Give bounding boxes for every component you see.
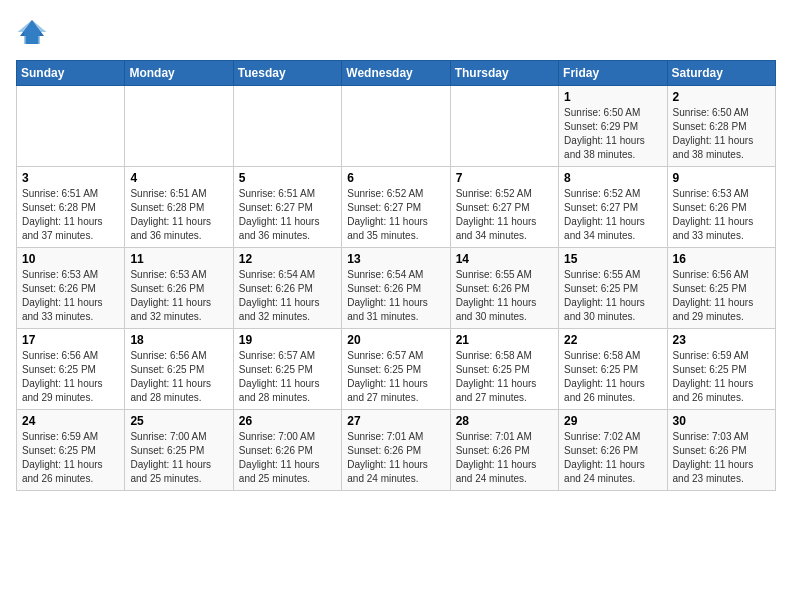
week-row-1: 1Sunrise: 6:50 AM Sunset: 6:29 PM Daylig… bbox=[17, 86, 776, 167]
day-cell: 19Sunrise: 6:57 AM Sunset: 6:25 PM Dayli… bbox=[233, 329, 341, 410]
day-info: Sunrise: 6:53 AM Sunset: 6:26 PM Dayligh… bbox=[130, 268, 227, 324]
day-cell: 23Sunrise: 6:59 AM Sunset: 6:25 PM Dayli… bbox=[667, 329, 775, 410]
col-header-tuesday: Tuesday bbox=[233, 61, 341, 86]
day-cell: 13Sunrise: 6:54 AM Sunset: 6:26 PM Dayli… bbox=[342, 248, 450, 329]
day-number: 19 bbox=[239, 333, 336, 347]
day-cell bbox=[450, 86, 558, 167]
day-number: 26 bbox=[239, 414, 336, 428]
day-number: 6 bbox=[347, 171, 444, 185]
col-header-wednesday: Wednesday bbox=[342, 61, 450, 86]
day-number: 14 bbox=[456, 252, 553, 266]
day-cell: 29Sunrise: 7:02 AM Sunset: 6:26 PM Dayli… bbox=[559, 410, 667, 491]
day-cell: 11Sunrise: 6:53 AM Sunset: 6:26 PM Dayli… bbox=[125, 248, 233, 329]
day-number: 13 bbox=[347, 252, 444, 266]
day-info: Sunrise: 6:59 AM Sunset: 6:25 PM Dayligh… bbox=[673, 349, 770, 405]
day-info: Sunrise: 6:57 AM Sunset: 6:25 PM Dayligh… bbox=[347, 349, 444, 405]
day-cell: 16Sunrise: 6:56 AM Sunset: 6:25 PM Dayli… bbox=[667, 248, 775, 329]
day-number: 22 bbox=[564, 333, 661, 347]
day-info: Sunrise: 6:51 AM Sunset: 6:28 PM Dayligh… bbox=[22, 187, 119, 243]
day-cell: 28Sunrise: 7:01 AM Sunset: 6:26 PM Dayli… bbox=[450, 410, 558, 491]
day-cell: 6Sunrise: 6:52 AM Sunset: 6:27 PM Daylig… bbox=[342, 167, 450, 248]
day-cell: 21Sunrise: 6:58 AM Sunset: 6:25 PM Dayli… bbox=[450, 329, 558, 410]
day-cell: 4Sunrise: 6:51 AM Sunset: 6:28 PM Daylig… bbox=[125, 167, 233, 248]
day-cell bbox=[125, 86, 233, 167]
day-info: Sunrise: 6:59 AM Sunset: 6:25 PM Dayligh… bbox=[22, 430, 119, 486]
day-info: Sunrise: 6:50 AM Sunset: 6:28 PM Dayligh… bbox=[673, 106, 770, 162]
day-info: Sunrise: 6:52 AM Sunset: 6:27 PM Dayligh… bbox=[456, 187, 553, 243]
col-header-thursday: Thursday bbox=[450, 61, 558, 86]
day-number: 4 bbox=[130, 171, 227, 185]
calendar-header: SundayMondayTuesdayWednesdayThursdayFrid… bbox=[17, 61, 776, 86]
day-number: 17 bbox=[22, 333, 119, 347]
day-number: 5 bbox=[239, 171, 336, 185]
day-number: 23 bbox=[673, 333, 770, 347]
week-row-2: 3Sunrise: 6:51 AM Sunset: 6:28 PM Daylig… bbox=[17, 167, 776, 248]
logo bbox=[16, 16, 52, 48]
day-number: 2 bbox=[673, 90, 770, 104]
day-info: Sunrise: 6:52 AM Sunset: 6:27 PM Dayligh… bbox=[564, 187, 661, 243]
day-cell bbox=[342, 86, 450, 167]
day-cell: 17Sunrise: 6:56 AM Sunset: 6:25 PM Dayli… bbox=[17, 329, 125, 410]
day-cell: 15Sunrise: 6:55 AM Sunset: 6:25 PM Dayli… bbox=[559, 248, 667, 329]
day-number: 10 bbox=[22, 252, 119, 266]
logo-icon bbox=[16, 16, 48, 48]
day-number: 11 bbox=[130, 252, 227, 266]
day-info: Sunrise: 6:57 AM Sunset: 6:25 PM Dayligh… bbox=[239, 349, 336, 405]
day-info: Sunrise: 6:58 AM Sunset: 6:25 PM Dayligh… bbox=[456, 349, 553, 405]
day-cell: 18Sunrise: 6:56 AM Sunset: 6:25 PM Dayli… bbox=[125, 329, 233, 410]
day-cell: 26Sunrise: 7:00 AM Sunset: 6:26 PM Dayli… bbox=[233, 410, 341, 491]
day-cell: 3Sunrise: 6:51 AM Sunset: 6:28 PM Daylig… bbox=[17, 167, 125, 248]
day-info: Sunrise: 6:58 AM Sunset: 6:25 PM Dayligh… bbox=[564, 349, 661, 405]
day-info: Sunrise: 6:51 AM Sunset: 6:28 PM Dayligh… bbox=[130, 187, 227, 243]
day-number: 16 bbox=[673, 252, 770, 266]
day-number: 24 bbox=[22, 414, 119, 428]
col-header-saturday: Saturday bbox=[667, 61, 775, 86]
day-info: Sunrise: 6:56 AM Sunset: 6:25 PM Dayligh… bbox=[673, 268, 770, 324]
day-number: 7 bbox=[456, 171, 553, 185]
day-number: 9 bbox=[673, 171, 770, 185]
col-header-friday: Friday bbox=[559, 61, 667, 86]
day-number: 29 bbox=[564, 414, 661, 428]
day-cell bbox=[17, 86, 125, 167]
day-number: 30 bbox=[673, 414, 770, 428]
day-cell: 14Sunrise: 6:55 AM Sunset: 6:26 PM Dayli… bbox=[450, 248, 558, 329]
day-number: 27 bbox=[347, 414, 444, 428]
day-info: Sunrise: 7:02 AM Sunset: 6:26 PM Dayligh… bbox=[564, 430, 661, 486]
day-number: 20 bbox=[347, 333, 444, 347]
day-number: 8 bbox=[564, 171, 661, 185]
col-header-monday: Monday bbox=[125, 61, 233, 86]
day-info: Sunrise: 6:55 AM Sunset: 6:26 PM Dayligh… bbox=[456, 268, 553, 324]
page-header bbox=[16, 16, 776, 48]
svg-marker-1 bbox=[18, 20, 47, 44]
day-number: 28 bbox=[456, 414, 553, 428]
day-info: Sunrise: 7:00 AM Sunset: 6:25 PM Dayligh… bbox=[130, 430, 227, 486]
day-number: 21 bbox=[456, 333, 553, 347]
day-cell: 7Sunrise: 6:52 AM Sunset: 6:27 PM Daylig… bbox=[450, 167, 558, 248]
day-info: Sunrise: 6:56 AM Sunset: 6:25 PM Dayligh… bbox=[22, 349, 119, 405]
day-number: 12 bbox=[239, 252, 336, 266]
day-cell: 25Sunrise: 7:00 AM Sunset: 6:25 PM Dayli… bbox=[125, 410, 233, 491]
day-info: Sunrise: 7:03 AM Sunset: 6:26 PM Dayligh… bbox=[673, 430, 770, 486]
day-info: Sunrise: 6:52 AM Sunset: 6:27 PM Dayligh… bbox=[347, 187, 444, 243]
day-cell: 30Sunrise: 7:03 AM Sunset: 6:26 PM Dayli… bbox=[667, 410, 775, 491]
day-number: 1 bbox=[564, 90, 661, 104]
day-cell: 8Sunrise: 6:52 AM Sunset: 6:27 PM Daylig… bbox=[559, 167, 667, 248]
week-row-3: 10Sunrise: 6:53 AM Sunset: 6:26 PM Dayli… bbox=[17, 248, 776, 329]
day-info: Sunrise: 6:51 AM Sunset: 6:27 PM Dayligh… bbox=[239, 187, 336, 243]
day-number: 3 bbox=[22, 171, 119, 185]
day-info: Sunrise: 7:01 AM Sunset: 6:26 PM Dayligh… bbox=[347, 430, 444, 486]
week-row-4: 17Sunrise: 6:56 AM Sunset: 6:25 PM Dayli… bbox=[17, 329, 776, 410]
day-cell: 10Sunrise: 6:53 AM Sunset: 6:26 PM Dayli… bbox=[17, 248, 125, 329]
day-cell: 2Sunrise: 6:50 AM Sunset: 6:28 PM Daylig… bbox=[667, 86, 775, 167]
day-cell: 20Sunrise: 6:57 AM Sunset: 6:25 PM Dayli… bbox=[342, 329, 450, 410]
day-info: Sunrise: 6:53 AM Sunset: 6:26 PM Dayligh… bbox=[673, 187, 770, 243]
day-info: Sunrise: 6:50 AM Sunset: 6:29 PM Dayligh… bbox=[564, 106, 661, 162]
day-cell: 12Sunrise: 6:54 AM Sunset: 6:26 PM Dayli… bbox=[233, 248, 341, 329]
day-cell: 1Sunrise: 6:50 AM Sunset: 6:29 PM Daylig… bbox=[559, 86, 667, 167]
day-info: Sunrise: 6:53 AM Sunset: 6:26 PM Dayligh… bbox=[22, 268, 119, 324]
calendar-table: SundayMondayTuesdayWednesdayThursdayFrid… bbox=[16, 60, 776, 491]
day-cell: 9Sunrise: 6:53 AM Sunset: 6:26 PM Daylig… bbox=[667, 167, 775, 248]
day-number: 15 bbox=[564, 252, 661, 266]
day-cell bbox=[233, 86, 341, 167]
day-info: Sunrise: 6:56 AM Sunset: 6:25 PM Dayligh… bbox=[130, 349, 227, 405]
